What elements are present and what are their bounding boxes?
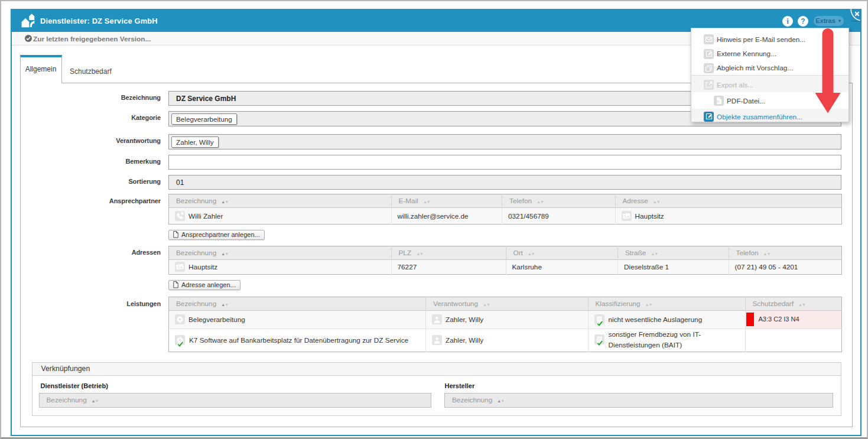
svg-text:P: P	[717, 100, 720, 103]
